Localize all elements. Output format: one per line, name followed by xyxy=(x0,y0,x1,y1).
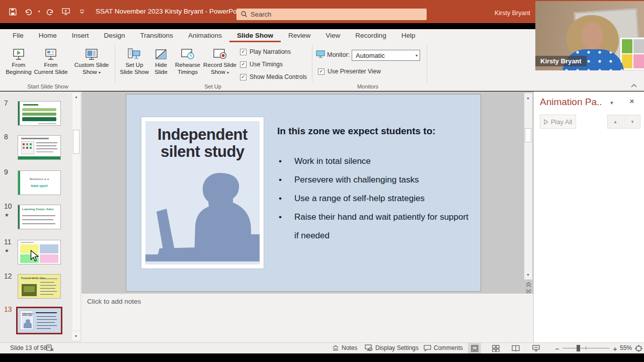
scroll-up-icon[interactable]: ▲ xyxy=(72,93,80,101)
slide-number-current: 13 xyxy=(4,305,12,313)
custom-slide-show-button[interactable]: Custom Slide Show ▾ xyxy=(71,44,112,84)
play-all-button[interactable]: Play All xyxy=(540,115,576,129)
zoom-in-button[interactable]: + xyxy=(613,344,617,353)
reading-view-button[interactable] xyxy=(509,343,522,353)
close-pane-icon[interactable]: × xyxy=(629,97,634,107)
wall-poster xyxy=(620,37,644,70)
custom-slide-show-icon xyxy=(84,44,99,61)
slide-canvas[interactable]: Independentsilent study In this zone we … xyxy=(126,94,481,292)
play-icon xyxy=(544,119,548,125)
account-user-name[interactable]: Kirsty Bryant xyxy=(495,10,530,17)
presenter-face xyxy=(582,22,603,49)
customize-qat-icon[interactable] xyxy=(75,5,89,18)
animation-star-icon: ★ xyxy=(5,248,9,253)
search-input[interactable]: Search xyxy=(236,9,427,20)
from-beginning-icon xyxy=(12,44,26,61)
monitor-dropdown[interactable]: Automatic ▾ xyxy=(352,50,420,61)
scroll-down-icon[interactable]: ▼ xyxy=(524,271,532,279)
tab-design[interactable]: Design xyxy=(97,30,133,42)
from-current-slide-button[interactable]: From Current Slide xyxy=(33,44,68,84)
slide-picture[interactable]: Independentsilent study xyxy=(141,117,264,268)
notes-pane[interactable]: Click to add notes xyxy=(82,293,533,342)
from-beginning-button[interactable]: From Beginning xyxy=(4,44,33,84)
use-timings-checkbox[interactable]: ✓ Use Timings xyxy=(240,61,283,68)
rehearse-timings-icon xyxy=(180,44,195,61)
slide-thumbnail-10[interactable]: Learning Zones: Aims xyxy=(18,205,61,229)
zoom-slider-thumb[interactable] xyxy=(577,345,580,351)
search-placeholder: Search xyxy=(251,11,271,18)
start-slideshow-icon[interactable] xyxy=(59,5,72,18)
undo-dropdown-icon[interactable]: ▾ xyxy=(38,10,40,14)
zoom-slider-track[interactable] xyxy=(562,348,610,348)
spellcheck-icon[interactable] xyxy=(46,344,54,351)
fit-slide-to-window-button[interactable] xyxy=(632,343,644,353)
collapse-ribbon-icon[interactable] xyxy=(631,83,637,87)
rehearse-timings-button[interactable]: Rehearse Timings xyxy=(173,44,202,84)
slide-thumbnail-7[interactable] xyxy=(18,101,61,126)
tab-file[interactable]: File xyxy=(5,30,31,42)
notes-placeholder: Click to add notes xyxy=(87,298,141,305)
tab-animations[interactable]: Animations xyxy=(181,30,229,42)
animation-pane: Animation Pa.. ▾ × Play All ▲ ▼ xyxy=(533,92,644,342)
status-bar: Slide 13 of 58 Notes Display Settings Co… xyxy=(0,342,644,353)
tab-transitions[interactable]: Transitions xyxy=(133,30,181,42)
thumbnail-scroll-down-button[interactable]: ▼ xyxy=(72,331,80,340)
bullet-item: Raise their hand and wait patiently for … xyxy=(277,208,468,245)
tab-insert[interactable]: Insert xyxy=(64,30,97,42)
set-up-slide-show-button[interactable]: Set Up Slide Show xyxy=(119,44,150,84)
mouse-cursor xyxy=(30,250,40,262)
move-later-button[interactable]: ▼ xyxy=(624,115,640,129)
redo-icon[interactable] xyxy=(43,5,56,18)
ribbon-divider xyxy=(427,45,427,82)
slideshow-view-button[interactable] xyxy=(529,343,542,353)
checkbox-checked-icon: ✓ xyxy=(240,61,247,68)
dropdown-chevron-icon: ▾ xyxy=(99,70,101,75)
tab-help[interactable]: Help xyxy=(394,30,423,42)
tab-recording[interactable]: Recording xyxy=(348,30,394,42)
hide-slide-button[interactable]: Hide Slide xyxy=(151,44,171,84)
slide-text-block[interactable]: In this zone we expect students to: Work… xyxy=(277,126,468,245)
slide-number: 9 xyxy=(4,168,8,176)
slide-bullet-list: Work in total silence Persevere with cha… xyxy=(277,152,468,245)
save-icon[interactable] xyxy=(6,5,19,18)
scroll-down-icon: ▼ xyxy=(74,334,78,338)
thumbnail-scrollbar[interactable]: ▲ xyxy=(72,93,80,330)
slide-thumbnail-9[interactable]: Behaviour is a team sport xyxy=(18,170,61,195)
search-icon xyxy=(240,11,248,18)
main-vertical-scrollbar[interactable]: ▲ ▼ xyxy=(524,93,532,280)
webcam-name-label: Kirsty Bryant xyxy=(535,56,587,66)
slide-heading: In this zone we expect students to: xyxy=(277,126,468,137)
record-slide-show-button[interactable]: Record Slide Show ▾ xyxy=(203,44,236,84)
undo-icon[interactable] xyxy=(22,5,35,18)
thumb-9-line2: team sport xyxy=(18,184,60,188)
zoom-level[interactable]: 55% xyxy=(620,344,632,351)
slide-counter: Slide 13 of 58 xyxy=(10,344,47,351)
zoom-out-button[interactable]: − xyxy=(555,344,559,353)
slide-sorter-view-button[interactable] xyxy=(489,343,502,353)
scroll-up-icon[interactable]: ▲ xyxy=(524,94,532,102)
thumb-10-title: Learning Zones: Aims xyxy=(22,208,54,211)
display-settings-button[interactable]: Display Settings xyxy=(365,344,419,351)
slide-thumbnail-12[interactable]: Focused whole class xyxy=(18,274,61,299)
thumbnail-scrollbar-thumb[interactable] xyxy=(73,130,79,154)
comments-button[interactable]: Comments xyxy=(424,344,463,351)
checkbox-checked-icon: ✓ xyxy=(240,49,247,55)
tab-review[interactable]: Review xyxy=(281,30,318,42)
notes-toggle-button[interactable]: Notes xyxy=(332,344,357,351)
show-media-controls-checkbox[interactable]: ✓ Show Media Controls xyxy=(240,73,307,80)
play-narrations-checkbox[interactable]: ✓ Play Narrations xyxy=(240,48,291,55)
slide-thumbnail-8[interactable] xyxy=(18,135,61,160)
tab-slide-show[interactable]: Slide Show xyxy=(229,30,281,42)
normal-view-button[interactable] xyxy=(468,343,481,353)
move-earlier-button[interactable]: ▲ xyxy=(607,115,623,129)
tab-view[interactable]: View xyxy=(318,30,348,42)
group-label-set-up: Set Up xyxy=(183,83,243,89)
slide-thumbnail-13-selected[interactable]: Independentsilent study xyxy=(16,307,62,334)
notes-icon xyxy=(332,345,339,351)
tab-home[interactable]: Home xyxy=(31,30,64,42)
pane-options-chevron-icon[interactable]: ▾ xyxy=(610,100,613,106)
use-presenter-view-checkbox[interactable]: ✓ Use Presenter View xyxy=(318,68,381,75)
monitor-dropdown-value: Automatic xyxy=(356,52,385,59)
main-scrollbar-thumb[interactable] xyxy=(525,128,531,142)
group-label-start-slide-show: Start Slide Show xyxy=(15,83,80,89)
